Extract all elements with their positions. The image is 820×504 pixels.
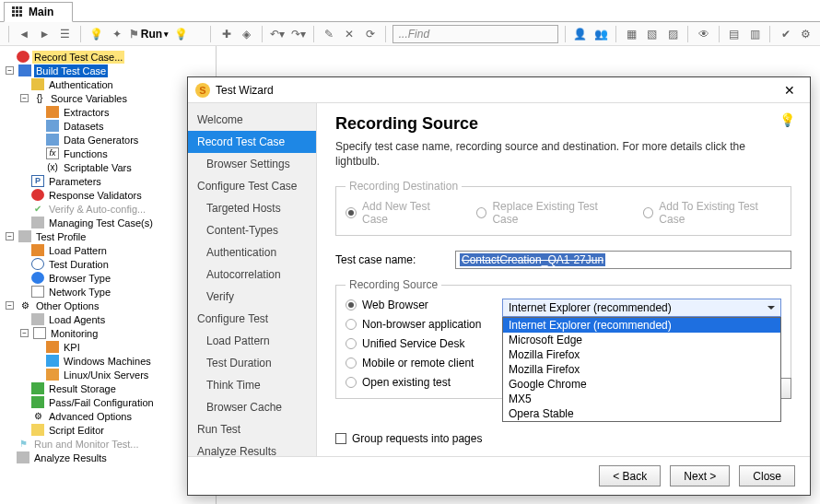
tree-record-test-case[interactable]: Record Test Case... xyxy=(4,50,216,64)
collapse-icon[interactable]: − xyxy=(6,301,14,310)
tab-strip: Main xyxy=(0,0,820,22)
radio-web-browser[interactable]: Web Browser xyxy=(346,299,493,311)
key-icon xyxy=(31,78,44,90)
lightbulb-icon[interactable]: 💡 xyxy=(779,112,795,127)
option-mx5[interactable]: MX5 xyxy=(503,392,780,406)
add-icon[interactable]: ✚ xyxy=(217,25,234,43)
bulb2-icon[interactable]: 💡 xyxy=(172,25,189,43)
tree-run-monitor[interactable]: ⚑Run and Monitor Test... xyxy=(4,437,216,451)
back-button[interactable]: < Back xyxy=(599,465,661,486)
tree-advanced-options[interactable]: ⚙Advanced Options xyxy=(18,409,216,423)
step-targeted-hosts[interactable]: Targeted Hosts xyxy=(188,197,316,219)
tree-passfail[interactable]: Pass/Fail Configuration xyxy=(18,395,216,409)
panel1-icon[interactable]: ▤ xyxy=(726,25,743,43)
edit-icon[interactable]: ✎ xyxy=(321,25,337,43)
tree-build-test-case[interactable]: −Build Test Case xyxy=(4,64,216,77)
chevron-down-icon: ▾ xyxy=(164,29,169,39)
tree-source-variables[interactable]: −{}Source Variables xyxy=(18,91,216,105)
step-configure-tc[interactable]: Configure Test Case xyxy=(188,175,316,197)
tree-test-profile[interactable]: −Test Profile xyxy=(4,229,216,243)
option-edge[interactable]: Microsoft Edge xyxy=(503,333,780,347)
step-auth[interactable]: Authentication xyxy=(188,241,316,264)
tree-browser-type[interactable]: Browser Type xyxy=(18,271,216,285)
tree-parameters[interactable]: PParameters xyxy=(18,174,216,188)
refresh-icon[interactable]: ⟳ xyxy=(361,25,378,43)
check-icon[interactable]: ✔ xyxy=(777,25,793,43)
option-firefox2[interactable]: Mozilla Firefox xyxy=(503,362,780,377)
step-record[interactable]: Record Test Case xyxy=(188,131,316,153)
browser-combo[interactable]: Internet Explorer (recommended) xyxy=(502,299,781,317)
step-content-types[interactable]: Content-Types xyxy=(188,219,316,241)
collapse-icon[interactable]: − xyxy=(6,232,14,240)
delete-icon[interactable]: ✕ xyxy=(341,25,357,43)
step-autocorr[interactable]: Autocorrelation xyxy=(188,264,316,286)
radio-non-browser[interactable]: Non-browser application xyxy=(346,318,493,331)
redo-icon[interactable]: ↷▾ xyxy=(289,25,306,43)
tree-script-editor[interactable]: Script Editor xyxy=(18,423,216,437)
run-button[interactable]: ⚑ Run ▾ xyxy=(129,28,169,41)
step-browser-settings[interactable]: Browser Settings xyxy=(188,153,316,175)
tool1-icon[interactable]: ▦ xyxy=(623,25,639,43)
bulb-icon[interactable]: 💡 xyxy=(88,25,104,43)
step-test-duration[interactable]: Test Duration xyxy=(188,352,316,374)
storage-icon xyxy=(31,382,44,394)
tool2-icon[interactable]: ▧ xyxy=(644,25,661,43)
panel2-icon[interactable]: ▥ xyxy=(746,25,763,43)
group-requests-checkbox[interactable] xyxy=(335,433,346,444)
tree-verify-auto[interactable]: ✔Verify & Auto-config... xyxy=(18,202,216,216)
tree-analyze-results[interactable]: Analyze Results xyxy=(4,451,216,464)
wand-icon[interactable]: ✦ xyxy=(108,25,124,43)
step-welcome[interactable]: Welcome xyxy=(188,109,316,131)
tool3-icon[interactable]: ▨ xyxy=(664,25,681,43)
back-icon[interactable]: ◄ xyxy=(16,25,32,43)
close-button[interactable]: ✕ xyxy=(777,81,802,100)
collapse-icon[interactable]: − xyxy=(6,66,14,75)
option-chrome[interactable]: Google Chrome xyxy=(503,377,780,392)
step-browser-cache[interactable]: Browser Cache xyxy=(188,396,316,418)
tree-other-options[interactable]: −⚙Other Options xyxy=(4,299,216,312)
forward-icon[interactable]: ► xyxy=(36,25,53,43)
tree-authentication[interactable]: Authentication xyxy=(18,77,216,91)
find-input[interactable]: ...Find xyxy=(392,25,558,43)
group-requests-row: Group requests into pages xyxy=(335,423,791,449)
browser-dropdown[interactable]: Internet Explorer (recommended) Microsof… xyxy=(502,317,781,422)
undo-icon[interactable]: ↶▾ xyxy=(269,25,286,43)
tree-network-type[interactable]: Network Type xyxy=(18,285,216,299)
step-run-test[interactable]: Run Test xyxy=(188,418,316,440)
collapse-icon[interactable]: − xyxy=(20,94,29,102)
page-description: Specify test case name, recording source… xyxy=(335,139,791,169)
tab-main[interactable]: Main xyxy=(4,2,73,22)
next-button[interactable]: Next > xyxy=(670,465,730,486)
tree-test-duration[interactable]: Test Duration xyxy=(18,257,216,271)
tree-response-validators[interactable]: Response Validators xyxy=(18,188,216,202)
tree-load-agents[interactable]: Load Agents xyxy=(18,312,216,326)
tree-load-pattern[interactable]: Load Pattern xyxy=(18,243,216,257)
tree-result-storage[interactable]: Result Storage xyxy=(18,381,216,395)
eye-icon[interactable]: 👁 xyxy=(695,25,711,43)
list-icon[interactable]: ☰ xyxy=(57,25,74,43)
target-icon[interactable]: ◈ xyxy=(239,25,255,43)
step-verify[interactable]: Verify xyxy=(188,286,316,308)
option-ie[interactable]: Internet Explorer (recommended) xyxy=(503,318,780,333)
user1-icon[interactable]: 👤 xyxy=(572,25,589,43)
radio-open-existing[interactable]: Open existing test xyxy=(346,376,493,389)
gear-icon[interactable]: ⚙ xyxy=(798,25,814,43)
test-case-name-row: Test case name: ContactCreation_QA1-27Ju… xyxy=(335,251,791,269)
wizard-title: Test Wizard xyxy=(216,84,274,97)
step-think-time[interactable]: Think Time xyxy=(188,374,316,396)
radio-mobile[interactable]: Mobile or remote client xyxy=(346,357,493,369)
close-button-footer[interactable]: Close xyxy=(739,465,795,486)
collapse-icon[interactable]: − xyxy=(20,329,29,337)
step-configure-test[interactable]: Configure Test xyxy=(188,308,316,330)
windows-icon xyxy=(46,355,59,367)
tree-managing-test-cases[interactable]: Managing Test Case(s) xyxy=(18,216,216,229)
monitor-icon xyxy=(33,327,46,339)
test-case-name-input[interactable]: ContactCreation_QA1-27Jun xyxy=(455,251,791,269)
tree-monitoring[interactable]: −Monitoring xyxy=(18,326,216,340)
fx-icon: fx xyxy=(46,147,59,159)
step-load-pattern[interactable]: Load Pattern xyxy=(188,330,316,352)
user2-icon[interactable]: 👥 xyxy=(592,25,609,43)
radio-usd[interactable]: Unified Service Desk xyxy=(346,337,493,350)
option-firefox1[interactable]: Mozilla Firefox xyxy=(503,347,780,362)
option-opera[interactable]: Opera Stable xyxy=(503,406,780,421)
